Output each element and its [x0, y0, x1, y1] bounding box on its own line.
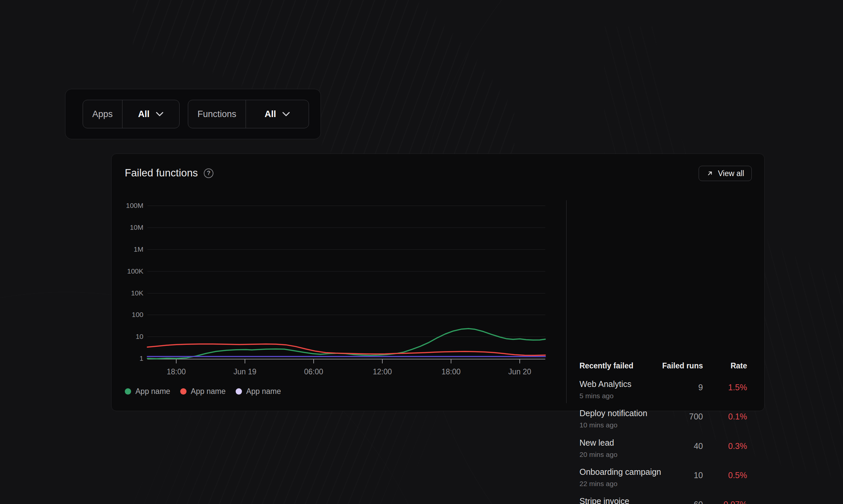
y-axis-label: 100 [112, 311, 143, 319]
divider [566, 200, 567, 403]
table-row: Web Analytics 5 mins ago 9 1.5% [580, 379, 747, 403]
failed-runs-value: 700 [689, 412, 703, 421]
failed-functions-card: Failed functions ? View all 100M 10M 1M … [111, 154, 765, 411]
table-header: Recently failed Failed runs Rate [580, 361, 747, 371]
rate-value: 0.07% [724, 500, 747, 504]
apps-filter-selected: All [138, 109, 150, 119]
x-axis-tick [382, 359, 383, 363]
function-time: 5 mins ago [580, 392, 747, 400]
legend-label: App name [246, 387, 281, 396]
x-axis-label: 06:00 [290, 367, 337, 376]
y-axis-label: 1M [112, 245, 143, 253]
arrow-up-right-icon [706, 170, 713, 177]
apps-filter-dropdown[interactable]: Apps All [83, 100, 179, 128]
y-axis-label: 1 [112, 355, 143, 362]
filter-bar: Apps All Functions All [65, 89, 321, 139]
x-axis-tick [176, 359, 176, 363]
failed-runs-value: 9 [698, 383, 703, 392]
chevron-down-icon [156, 112, 164, 116]
legend-dot-red [180, 388, 187, 395]
table-row: New lead 20 mins ago 40 0.3% [580, 438, 747, 462]
rate-value: 1.5% [728, 383, 747, 392]
legend-label: App name [191, 387, 226, 396]
function-time: 10 mins ago [580, 421, 747, 429]
function-name: New lead [580, 438, 747, 448]
card-title: Failed functions [125, 167, 198, 179]
column-header-recently-failed: Recently failed [580, 361, 633, 371]
y-axis-label: 10M [112, 223, 143, 231]
function-time: 20 mins ago [580, 451, 747, 458]
failed-runs-value: 60 [694, 500, 703, 504]
x-axis-tick [313, 359, 314, 363]
table-row: Stripe invoice 25 mins ago 60 0.07% [580, 497, 747, 504]
function-name: Onboarding campaign [580, 467, 747, 477]
failed-runs-value: 40 [694, 441, 703, 451]
y-axis-label: 100M [112, 202, 143, 210]
x-axis-tick [519, 359, 520, 363]
x-axis-label: Jun 20 [497, 367, 543, 376]
column-header-failed-runs: Failed runs [662, 361, 703, 371]
chevron-down-icon [282, 112, 290, 116]
x-axis-tick [245, 359, 245, 363]
x-axis-tick [451, 359, 451, 363]
function-name: Web Analytics [580, 379, 747, 389]
y-axis-label: 100K [112, 267, 143, 275]
legend-dot-green [125, 388, 131, 395]
view-all-button[interactable]: View all [699, 166, 752, 181]
functions-filter-value[interactable]: All [246, 100, 309, 128]
x-axis-label: 18:00 [153, 367, 200, 376]
legend-label: App name [135, 387, 170, 396]
functions-filter-dropdown[interactable]: Functions All [188, 100, 309, 128]
rate-value: 0.3% [728, 441, 747, 451]
function-time: 22 mins ago [580, 480, 747, 488]
help-icon[interactable]: ? [204, 168, 213, 178]
legend-item[interactable]: App name [236, 387, 281, 396]
x-axis-label: Jun 19 [222, 367, 268, 376]
failed-runs-value: 10 [694, 470, 703, 480]
failed-functions-line-chart[interactable] [148, 205, 545, 359]
chart-legend: App name App name App name [125, 387, 281, 396]
y-axis-label: 10 [112, 332, 143, 341]
card-header: Failed functions ? [125, 167, 213, 179]
x-axis-label: 12:00 [359, 367, 406, 376]
function-name: Stripe invoice [580, 497, 747, 504]
y-axis-label: 10K [112, 289, 143, 297]
apps-filter-value[interactable]: All [122, 100, 179, 128]
function-name: Deploy notification [580, 409, 747, 418]
legend-dot-lavender [236, 388, 242, 395]
rate-value: 0.1% [728, 412, 747, 421]
x-axis-label: 18:00 [428, 367, 474, 376]
functions-filter-selected: All [264, 109, 276, 119]
functions-filter-label: Functions [188, 100, 246, 128]
dashboard-screen: Apps All Functions All Failed functions [0, 0, 843, 504]
legend-item[interactable]: App name [180, 387, 226, 396]
table-row: Onboarding campaign 22 mins ago 10 0.5% [580, 467, 747, 491]
view-all-label: View all [718, 169, 744, 178]
legend-item[interactable]: App name [125, 387, 170, 396]
column-header-rate: Rate [730, 361, 747, 371]
rate-value: 0.5% [728, 470, 747, 480]
apps-filter-label: Apps [83, 100, 122, 128]
table-row: Deploy notification 10 mins ago 700 0.1% [580, 409, 747, 432]
